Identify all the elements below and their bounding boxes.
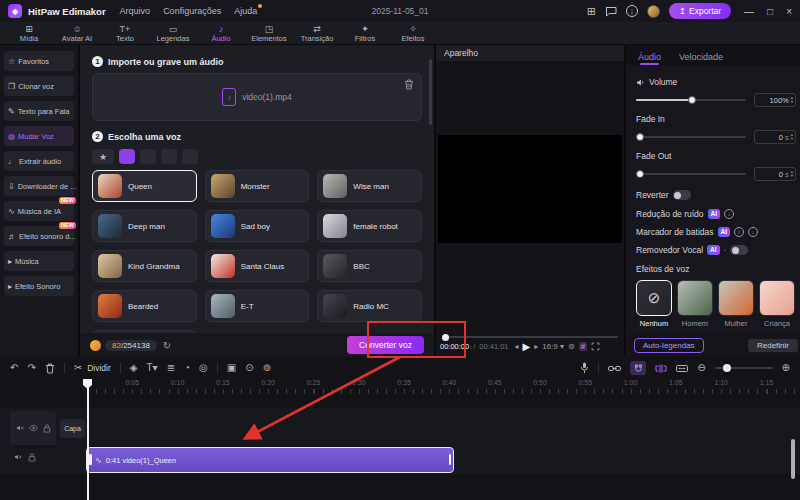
snap-magnet-icon[interactable] xyxy=(630,361,646,375)
layout-icon[interactable]: ⊞ xyxy=(587,6,596,17)
voice-category-tab[interactable] xyxy=(182,149,198,164)
voice-category-tab[interactable] xyxy=(140,149,156,164)
play-icon[interactable]: ▶ xyxy=(523,341,531,352)
fade-in-slider[interactable] xyxy=(636,136,746,138)
fade-out-stepper[interactable]: ▴▾ xyxy=(791,170,793,178)
voice-card[interactable]: Bearded xyxy=(92,290,197,322)
volume-slider[interactable] xyxy=(636,99,746,101)
menu-ajuda[interactable]: Ajuda xyxy=(234,6,257,16)
maximize-button[interactable]: □ xyxy=(767,6,773,17)
ribbon-tab[interactable]: ▭ Legendas xyxy=(150,24,196,43)
voice-card[interactable]: BBC xyxy=(317,250,422,282)
user-avatar[interactable] xyxy=(647,5,660,18)
reset-button[interactable]: Redefinir xyxy=(748,339,798,352)
voice-card[interactable]: Santa Claus xyxy=(205,250,310,282)
redo-icon[interactable]: ↷ xyxy=(27,363,35,373)
keyframe-icon[interactable]: ◎ xyxy=(199,363,208,373)
beat-download-icon[interactable]: ↓ xyxy=(748,227,758,237)
reverse-toggle[interactable] xyxy=(673,190,691,200)
voice-effect-card[interactable]: Homem xyxy=(677,280,713,328)
preview-seek-bar[interactable] xyxy=(442,336,618,338)
minimize-button[interactable]: — xyxy=(744,6,754,17)
close-button[interactable]: × xyxy=(786,6,792,17)
next-frame-icon[interactable]: ▸ xyxy=(534,342,538,351)
fade-out-slider[interactable] xyxy=(636,173,746,175)
ribbon-tab[interactable]: T+ Texto xyxy=(102,24,148,43)
beat-info-icon[interactable]: i xyxy=(734,227,744,237)
split-label[interactable]: Dividir xyxy=(87,363,111,373)
sidebar-item[interactable]: ✎ Texto para Fala xyxy=(4,101,74,121)
remove-captions-icon[interactable]: ≣ xyxy=(167,363,175,373)
record-voiceover-icon[interactable] xyxy=(580,362,589,374)
sidebar-item[interactable]: ⇩ Downloader de ... xyxy=(4,176,74,196)
voice-panel-scrollbar[interactable] xyxy=(429,59,432,125)
clip-trim-handle-left[interactable] xyxy=(89,454,92,465)
sidebar-item[interactable]: ☆ Favoritos xyxy=(4,51,74,71)
voice-card[interactable]: female robot xyxy=(317,210,422,242)
undo-icon[interactable]: ↶ xyxy=(10,363,18,373)
voice-effect-card[interactable]: Mulher xyxy=(718,280,754,328)
favorites-tab-icon[interactable]: ★ xyxy=(92,149,114,164)
timeline-scrollbar[interactable] xyxy=(791,439,795,479)
voice-card[interactable]: Sad boy xyxy=(205,210,310,242)
fade-in-stepper[interactable]: ▴▾ xyxy=(791,133,793,141)
split-icon[interactable]: ✂ xyxy=(74,363,82,373)
ribbon-tab[interactable]: ⊞ Mídia xyxy=(6,24,52,43)
track-hide-icon[interactable] xyxy=(29,424,38,432)
video-viewport[interactable] xyxy=(438,135,622,243)
aspect-ratio-dropdown[interactable]: 16:9 ▾ xyxy=(542,342,564,351)
fullscreen-icon[interactable] xyxy=(591,342,600,351)
imported-audio-card[interactable]: ♪ video(1).mp4 xyxy=(92,73,422,121)
convert-voice-button[interactable]: Converter voz xyxy=(347,336,424,354)
voice-card[interactable]: Deep man xyxy=(92,210,197,242)
ribbon-tab[interactable]: ☺ Avatar AI xyxy=(54,24,100,43)
snapshot-icon[interactable]: ⊚ xyxy=(568,342,575,351)
track-lock-icon[interactable] xyxy=(28,453,36,462)
sidebar-item[interactable]: ▸ Música xyxy=(4,251,74,271)
track-lock-icon[interactable] xyxy=(43,424,51,433)
sidebar-item[interactable]: ❐ Clonar voz xyxy=(4,76,74,96)
fade-out-value-box[interactable]: 0s▴▾ xyxy=(754,167,796,181)
video-track-lane[interactable] xyxy=(0,408,800,446)
speed-icon[interactable]: ◔ xyxy=(184,363,190,373)
fade-in-value-box[interactable]: 0s▴▾ xyxy=(754,130,796,144)
voice-effect-card[interactable]: ⊘ Nenhum xyxy=(636,280,672,328)
split-view-icon[interactable] xyxy=(655,364,667,373)
voice-card[interactable]: Wise man xyxy=(317,170,422,202)
tab-audio[interactable]: Áudio xyxy=(638,52,661,65)
prev-frame-icon[interactable]: ◂ xyxy=(515,342,519,351)
sidebar-item[interactable]: ♬ Efeito sonoro d... NEW xyxy=(4,226,74,246)
voice-category-tab[interactable] xyxy=(161,149,177,164)
delete-file-icon[interactable] xyxy=(404,79,414,90)
timeline-ruler[interactable]: 0:050:100:150:200:250:300:350:400:450:50… xyxy=(0,379,800,394)
voice-card[interactable]: E-T xyxy=(205,290,310,322)
auto-captions-button[interactable]: Auto-legendas xyxy=(634,338,704,353)
refresh-credits-icon[interactable]: ↻ xyxy=(163,340,171,351)
voice-card[interactable]: Queen xyxy=(92,170,197,202)
timeline-zoom-slider[interactable] xyxy=(715,367,773,369)
export-frame-icon[interactable]: ⊚ xyxy=(263,363,271,373)
volume-value-box[interactable]: 100%▴▾ xyxy=(754,93,796,107)
sticker-icon[interactable]: ▣ xyxy=(227,363,236,373)
voice-card[interactable]: Monster xyxy=(205,170,310,202)
ribbon-tab[interactable]: ♪ Áudio xyxy=(198,24,244,43)
sidebar-item[interactable]: ◍ Mudar Voz xyxy=(4,126,74,146)
track-mute-icon[interactable] xyxy=(16,424,24,432)
sidebar-item[interactable]: ♩ Extrair áudio xyxy=(4,151,74,171)
zoom-out-icon[interactable]: ⊖ xyxy=(697,363,705,373)
zoom-in-icon[interactable]: ⊕ xyxy=(782,363,790,373)
voice-category-tab[interactable] xyxy=(119,149,135,164)
feedback-icon[interactable] xyxy=(605,6,617,17)
voice-effect-card[interactable]: Criança xyxy=(759,280,795,328)
text-style-icon[interactable]: T▾ xyxy=(147,363,158,373)
link-clips-icon[interactable] xyxy=(608,364,621,373)
sidebar-item[interactable]: ∿ Música de IA NEW xyxy=(4,201,74,221)
tab-velocidade[interactable]: Velocidade xyxy=(679,52,723,65)
fit-timeline-icon[interactable] xyxy=(676,364,688,373)
menu-arquivo[interactable]: Arquivo xyxy=(120,6,151,16)
marker-icon[interactable]: ◈ xyxy=(130,363,138,373)
export-button[interactable]: ↥Exportar xyxy=(669,3,731,19)
ribbon-tab[interactable]: ⇄ Transição xyxy=(294,24,340,43)
ribbon-tab[interactable]: ✦ Filtros xyxy=(342,24,388,43)
download-track-icon[interactable]: ⊙ xyxy=(245,363,253,373)
